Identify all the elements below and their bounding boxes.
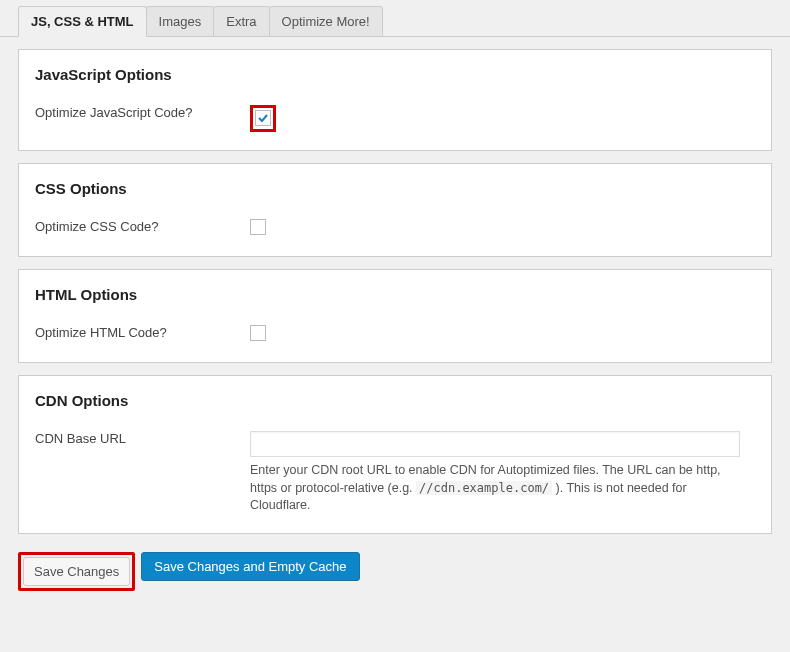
panel-html-options: HTML Options Optimize HTML Code? xyxy=(18,269,772,363)
heading-cdn-options: CDN Options xyxy=(35,386,755,423)
heading-css-options: CSS Options xyxy=(35,174,755,211)
checkbox-optimize-html[interactable] xyxy=(250,325,266,341)
code-cdn-example: //cdn.example.com/ xyxy=(416,481,552,495)
row-optimize-html: Optimize HTML Code? xyxy=(35,317,755,344)
label-optimize-js: Optimize JavaScript Code? xyxy=(35,105,250,120)
panel-css-options: CSS Options Optimize CSS Code? xyxy=(18,163,772,257)
checkbox-optimize-css[interactable] xyxy=(250,219,266,235)
input-cdn-base-url[interactable] xyxy=(250,431,740,457)
label-cdn-base-url: CDN Base URL xyxy=(35,431,250,446)
label-optimize-html: Optimize HTML Code? xyxy=(35,325,250,340)
row-cdn-base-url: CDN Base URL Enter your CDN root URL to … xyxy=(35,423,755,515)
heading-html-options: HTML Options xyxy=(35,280,755,317)
save-button[interactable]: Save Changes xyxy=(23,557,130,586)
label-optimize-css: Optimize CSS Code? xyxy=(35,219,250,234)
panel-cdn-options: CDN Options CDN Base URL Enter your CDN … xyxy=(18,375,772,534)
highlight-save-button: Save Changes xyxy=(18,552,135,591)
checkbox-optimize-js[interactable] xyxy=(255,110,271,126)
tab-optimize-more[interactable]: Optimize More! xyxy=(269,6,383,37)
checkmark-icon xyxy=(257,112,269,124)
tab-images[interactable]: Images xyxy=(146,6,215,37)
heading-javascript-options: JavaScript Options xyxy=(35,60,755,97)
tab-js-css-html[interactable]: JS, CSS & HTML xyxy=(18,6,147,37)
help-cdn-base-url: Enter your CDN root URL to enable CDN fo… xyxy=(250,457,746,515)
panel-javascript-options: JavaScript Options Optimize JavaScript C… xyxy=(18,49,772,151)
row-optimize-css: Optimize CSS Code? xyxy=(35,211,755,238)
tab-extra[interactable]: Extra xyxy=(213,6,269,37)
tabs-nav: JS, CSS & HTML Images Extra Optimize Mor… xyxy=(0,0,790,37)
save-and-empty-cache-button[interactable]: Save Changes and Empty Cache xyxy=(141,552,359,581)
highlight-optimize-js xyxy=(250,105,276,132)
row-optimize-js: Optimize JavaScript Code? xyxy=(35,97,755,132)
actions-bar: Save Changes Save Changes and Empty Cach… xyxy=(0,534,790,609)
